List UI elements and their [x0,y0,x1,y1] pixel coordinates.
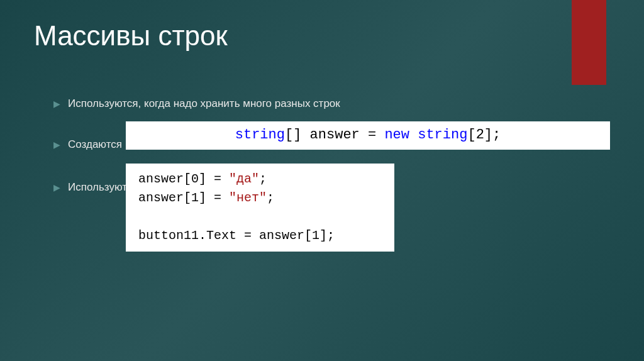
code-eq: = [236,228,259,243]
code-var: answer[0] [138,172,206,186]
bullet-text-2: Создаются [68,138,122,151]
code-equals: = [368,127,376,143]
bullet-1: ▶ Используются, когда надо хранить много… [53,97,607,110]
code-type: string [235,127,285,143]
bullet-arrow-icon: ▶ [53,182,60,192]
code-string: "нет" [229,191,267,205]
code-type-2: string [418,127,467,143]
code-keyword-new: new [384,127,409,143]
code-size: [2] [467,127,492,143]
code-var: answer[1] [138,191,206,205]
slide-title: Массивы строк [34,20,228,52]
code-block-usage: answer[0] = "да"; answer[1] = "нет"; but… [126,164,394,252]
code-line-1: answer[0] = "да"; [138,170,382,189]
accent-bar [572,0,606,85]
code-val: answer[1] [259,228,327,243]
bullet-arrow-icon: ▶ [53,140,60,150]
bullet-text-1: Используются, когда надо хранить много р… [68,97,340,110]
code-block-declaration: string[] answer = new string[2]; [126,121,610,150]
code-brackets: [] [285,127,301,143]
code-semi: ; [267,191,274,205]
code-line-2: answer[1] = "нет"; [138,189,382,208]
code-blank-line [138,208,382,226]
code-semi: ; [259,172,267,186]
code-semi: ; [492,127,501,143]
code-string: "да" [229,172,259,186]
code-semi: ; [327,228,335,243]
code-line-3: button11.Text = answer[1]; [138,226,382,245]
bullet-arrow-icon: ▶ [53,99,60,109]
code-eq: = [206,191,229,205]
code-eq: = [206,172,229,186]
code-var: button11.Text [138,228,236,243]
code-varname: answer [310,127,360,143]
